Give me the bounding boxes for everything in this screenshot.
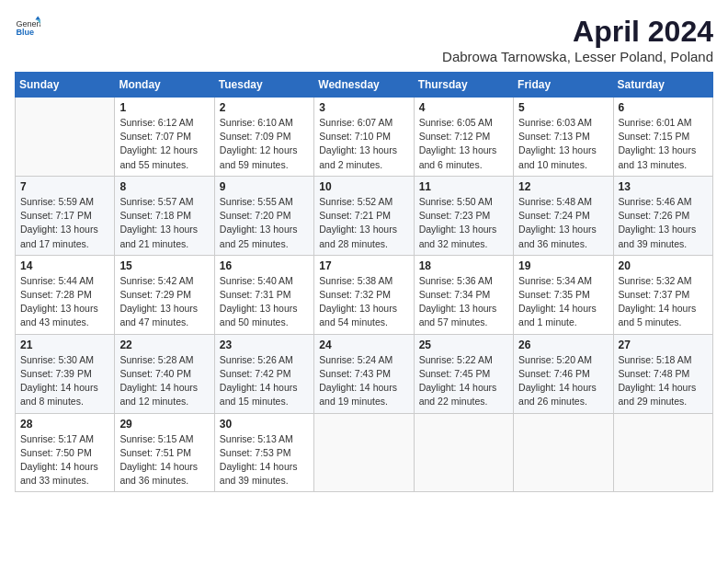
calendar-cell: 18Sunrise: 5:36 AMSunset: 7:34 PMDayligh… [414,255,513,334]
day-number: 10 [319,180,408,193]
calendar-cell [314,413,414,492]
weekday-header-tuesday: Tuesday [214,73,313,98]
calendar-table: SundayMondayTuesdayWednesdayThursdayFrid… [15,72,713,492]
calendar-cell: 15Sunrise: 5:42 AMSunset: 7:29 PMDayligh… [115,255,214,334]
calendar-cell: 26Sunrise: 5:20 AMSunset: 7:46 PMDayligh… [514,334,613,413]
day-number: 16 [220,259,309,272]
day-number: 22 [119,339,209,351]
calendar-cell: 12Sunrise: 5:48 AMSunset: 7:24 PMDayligh… [514,176,613,255]
calendar-cell: 4Sunrise: 6:05 AMSunset: 7:12 PMDaylight… [414,98,513,177]
day-info: Sunrise: 5:20 AMSunset: 7:46 PMDaylight:… [518,353,608,409]
day-info: Sunrise: 5:28 AMSunset: 7:40 PMDaylight:… [119,353,209,409]
day-number: 27 [619,339,708,351]
calendar-week-row: 7Sunrise: 5:59 AMSunset: 7:17 PMDaylight… [16,176,713,255]
day-info: Sunrise: 5:48 AMSunset: 7:24 PMDaylight:… [518,195,608,251]
day-number: 18 [419,259,508,272]
day-info: Sunrise: 5:44 AMSunset: 7:28 PMDaylight:… [20,274,109,330]
day-info: Sunrise: 5:13 AMSunset: 7:53 PMDaylight:… [220,432,309,488]
day-number: 14 [20,259,109,272]
day-number: 2 [220,101,309,114]
day-info: Sunrise: 5:36 AMSunset: 7:34 PMDaylight:… [419,274,508,330]
calendar-week-row: 1Sunrise: 6:12 AMSunset: 7:07 PMDaylight… [16,98,713,177]
svg-marker-2 [35,16,40,19]
weekday-header-monday: Monday [115,73,214,98]
weekday-header-sunday: Sunday [16,73,115,98]
day-info: Sunrise: 5:40 AMSunset: 7:31 PMDaylight:… [220,274,309,330]
calendar-cell: 20Sunrise: 5:32 AMSunset: 7:37 PMDayligh… [613,255,712,334]
weekday-header-friday: Friday [514,73,613,98]
calendar-cell: 16Sunrise: 5:40 AMSunset: 7:31 PMDayligh… [214,255,313,334]
svg-text:Blue: Blue [16,28,34,37]
day-number: 1 [119,101,209,114]
day-info: Sunrise: 5:24 AMSunset: 7:43 PMDaylight:… [319,353,408,409]
day-info: Sunrise: 5:46 AMSunset: 7:26 PMDaylight:… [619,195,708,251]
logo: General Blue [15,15,40,40]
day-number: 30 [220,418,309,431]
calendar-cell: 3Sunrise: 6:07 AMSunset: 7:10 PMDaylight… [314,98,414,177]
day-number: 28 [20,418,109,431]
day-info: Sunrise: 6:01 AMSunset: 7:15 PMDaylight:… [619,116,708,172]
day-info: Sunrise: 6:05 AMSunset: 7:12 PMDaylight:… [419,116,508,172]
day-info: Sunrise: 5:22 AMSunset: 7:45 PMDaylight:… [419,353,508,409]
calendar-cell: 27Sunrise: 5:18 AMSunset: 7:48 PMDayligh… [613,334,712,413]
calendar-cell: 22Sunrise: 5:28 AMSunset: 7:40 PMDayligh… [115,334,214,413]
day-number: 5 [518,101,608,114]
calendar-cell: 8Sunrise: 5:57 AMSunset: 7:18 PMDaylight… [115,176,214,255]
day-number: 4 [419,101,508,114]
main-title: April 2024 [442,15,713,49]
day-info: Sunrise: 5:32 AMSunset: 7:37 PMDaylight:… [619,274,708,330]
day-number: 26 [518,339,608,351]
day-info: Sunrise: 5:34 AMSunset: 7:35 PMDaylight:… [518,274,608,330]
calendar-cell: 9Sunrise: 5:55 AMSunset: 7:20 PMDaylight… [214,176,313,255]
day-number: 21 [20,339,109,351]
calendar-cell: 19Sunrise: 5:34 AMSunset: 7:35 PMDayligh… [514,255,613,334]
day-number: 24 [319,339,408,351]
day-number: 15 [119,259,209,272]
calendar-cell: 23Sunrise: 5:26 AMSunset: 7:42 PMDayligh… [214,334,313,413]
day-info: Sunrise: 5:59 AMSunset: 7:17 PMDaylight:… [20,195,109,251]
day-number: 19 [518,259,608,272]
calendar-cell: 14Sunrise: 5:44 AMSunset: 7:28 PMDayligh… [16,255,115,334]
day-number: 29 [119,418,209,431]
day-info: Sunrise: 5:18 AMSunset: 7:48 PMDaylight:… [619,353,708,409]
day-info: Sunrise: 5:17 AMSunset: 7:50 PMDaylight:… [20,432,109,488]
logo-icon: General Blue [15,15,40,40]
day-info: Sunrise: 5:55 AMSunset: 7:20 PMDaylight:… [220,195,309,251]
weekday-header-thursday: Thursday [414,73,513,98]
calendar-cell: 13Sunrise: 5:46 AMSunset: 7:26 PMDayligh… [613,176,712,255]
calendar-week-row: 28Sunrise: 5:17 AMSunset: 7:50 PMDayligh… [16,413,713,492]
day-number: 17 [319,259,408,272]
day-info: Sunrise: 5:42 AMSunset: 7:29 PMDaylight:… [119,274,209,330]
page-header: General Blue April 2024 Dabrowa Tarnowsk… [15,15,713,64]
day-info: Sunrise: 5:38 AMSunset: 7:32 PMDaylight:… [319,274,408,330]
day-info: Sunrise: 6:03 AMSunset: 7:13 PMDaylight:… [518,116,608,172]
day-info: Sunrise: 5:15 AMSunset: 7:51 PMDaylight:… [119,432,209,488]
calendar-cell [514,413,613,492]
weekday-header-wednesday: Wednesday [314,73,414,98]
calendar-cell [16,98,115,177]
day-info: Sunrise: 5:26 AMSunset: 7:42 PMDaylight:… [220,353,309,409]
calendar-cell: 29Sunrise: 5:15 AMSunset: 7:51 PMDayligh… [115,413,214,492]
calendar-cell [414,413,513,492]
calendar-cell [613,413,712,492]
weekday-header-saturday: Saturday [613,73,712,98]
day-number: 11 [419,180,508,193]
calendar-cell: 28Sunrise: 5:17 AMSunset: 7:50 PMDayligh… [16,413,115,492]
calendar-cell: 24Sunrise: 5:24 AMSunset: 7:43 PMDayligh… [314,334,414,413]
calendar-week-row: 14Sunrise: 5:44 AMSunset: 7:28 PMDayligh… [16,255,713,334]
day-info: Sunrise: 6:10 AMSunset: 7:09 PMDaylight:… [220,116,309,172]
day-number: 13 [619,180,708,193]
calendar-cell: 25Sunrise: 5:22 AMSunset: 7:45 PMDayligh… [414,334,513,413]
calendar-cell: 1Sunrise: 6:12 AMSunset: 7:07 PMDaylight… [115,98,214,177]
day-info: Sunrise: 5:52 AMSunset: 7:21 PMDaylight:… [319,195,408,251]
day-info: Sunrise: 6:07 AMSunset: 7:10 PMDaylight:… [319,116,408,172]
calendar-cell: 21Sunrise: 5:30 AMSunset: 7:39 PMDayligh… [16,334,115,413]
subtitle: Dabrowa Tarnowska, Lesser Poland, Poland [442,49,713,64]
calendar-cell: 10Sunrise: 5:52 AMSunset: 7:21 PMDayligh… [314,176,414,255]
calendar-cell: 17Sunrise: 5:38 AMSunset: 7:32 PMDayligh… [314,255,414,334]
day-number: 3 [319,101,408,114]
day-number: 20 [619,259,708,272]
day-number: 7 [20,180,109,193]
calendar-week-row: 21Sunrise: 5:30 AMSunset: 7:39 PMDayligh… [16,334,713,413]
day-number: 9 [220,180,309,193]
